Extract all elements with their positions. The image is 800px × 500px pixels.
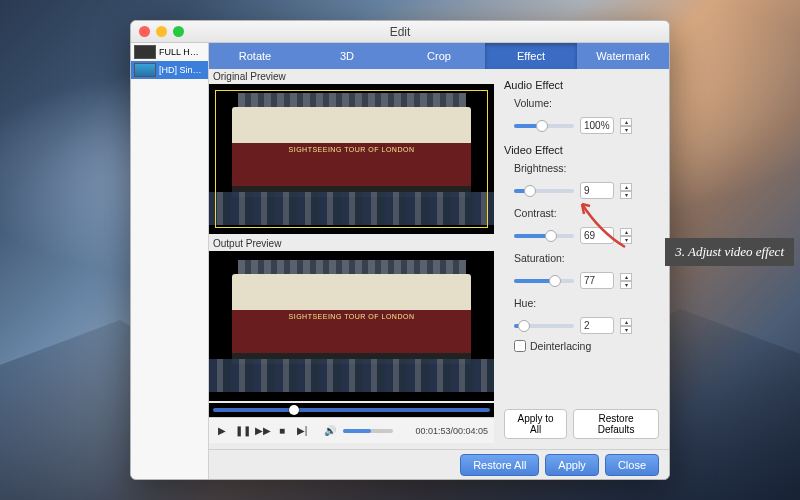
original-preview-label: Original Preview [209, 69, 494, 84]
tab-effect[interactable]: Effect [485, 43, 577, 69]
hue-value[interactable]: 2 [580, 317, 614, 334]
clip-item[interactable]: FULL HD ... [131, 43, 208, 61]
apply-to-all-button[interactable]: Apply to All [504, 409, 567, 439]
clip-item[interactable]: [HD] Sing-... [131, 61, 208, 79]
tab-bar: Rotate 3D Crop Effect Watermark [209, 43, 669, 69]
tab-crop[interactable]: Crop [393, 43, 485, 69]
annotation-callout: 3. Adjust video effect [665, 238, 794, 266]
restore-defaults-button[interactable]: Restore Defaults [573, 409, 659, 439]
volume-value[interactable]: 100% [580, 117, 614, 134]
pause-button[interactable]: ❚❚ [235, 425, 249, 436]
saturation-label: Saturation: [514, 252, 576, 264]
clip-thumb-icon [134, 45, 156, 59]
close-button[interactable]: Close [605, 454, 659, 476]
apply-button[interactable]: Apply [545, 454, 599, 476]
minimize-icon[interactable] [156, 26, 167, 37]
preview-column: Original Preview Output Preview ▶ ❚❚ ▶ [209, 69, 494, 449]
tab-3d[interactable]: 3D [301, 43, 393, 69]
deinterlacing-label: Deinterlacing [530, 340, 591, 352]
volume-icon[interactable]: 🔊 [323, 425, 337, 436]
clip-list: FULL HD ... [HD] Sing-... [131, 43, 209, 479]
brightness-slider[interactable] [514, 189, 574, 193]
brightness-stepper[interactable]: ▴▾ [620, 183, 632, 199]
effects-panel: Audio Effect Volume: 100% ▴▾ Video Effec… [494, 69, 669, 449]
restore-all-button[interactable]: Restore All [460, 454, 539, 476]
window-title: Edit [131, 25, 669, 39]
volume-slider[interactable] [343, 429, 393, 433]
step-up-icon: ▴ [620, 118, 632, 126]
next-button[interactable]: ▶| [295, 425, 309, 436]
original-preview [209, 84, 494, 234]
video-effect-section: Video Effect [504, 144, 659, 156]
stop-button[interactable]: ■ [275, 425, 289, 436]
tab-rotate[interactable]: Rotate [209, 43, 301, 69]
contrast-value[interactable]: 69 [580, 227, 614, 244]
volume-effect-slider[interactable] [514, 124, 574, 128]
step-down-icon: ▾ [620, 126, 632, 134]
clip-label: FULL HD ... [159, 47, 205, 57]
brightness-value[interactable]: 9 [580, 182, 614, 199]
traffic-lights [139, 26, 184, 37]
hue-label: Hue: [514, 297, 576, 309]
fast-forward-button[interactable]: ▶▶ [255, 425, 269, 436]
clip-label: [HD] Sing-... [159, 65, 205, 75]
deinterlacing-checkbox[interactable]: Deinterlacing [514, 340, 659, 352]
audio-effect-section: Audio Effect [504, 79, 659, 91]
zoom-icon[interactable] [173, 26, 184, 37]
saturation-stepper[interactable]: ▴▾ [620, 273, 632, 289]
close-icon[interactable] [139, 26, 150, 37]
hue-slider[interactable] [514, 324, 574, 328]
contrast-stepper[interactable]: ▴▾ [620, 228, 632, 244]
scrub-knob-icon[interactable] [289, 405, 299, 415]
saturation-slider[interactable] [514, 279, 574, 283]
brightness-label: Brightness: [514, 162, 576, 174]
clip-thumb-icon [134, 63, 156, 77]
output-preview [209, 251, 494, 401]
edit-window: Edit FULL HD ... [HD] Sing-... Rotate 3D… [130, 20, 670, 480]
play-button[interactable]: ▶ [215, 425, 229, 436]
titlebar[interactable]: Edit [131, 21, 669, 43]
contrast-slider[interactable] [514, 234, 574, 238]
transport-bar: ▶ ❚❚ ▶▶ ■ ▶| 🔊 00:01:53/00:04:05 [209, 417, 494, 443]
tab-watermark[interactable]: Watermark [577, 43, 669, 69]
saturation-value[interactable]: 77 [580, 272, 614, 289]
volume-label: Volume: [514, 97, 576, 109]
footer-bar: Restore All Apply Close [209, 449, 669, 479]
deinterlacing-input[interactable] [514, 340, 526, 352]
output-preview-label: Output Preview [209, 236, 494, 251]
time-display: 00:01:53/00:04:05 [415, 426, 488, 436]
volume-stepper[interactable]: ▴▾ [620, 118, 632, 134]
contrast-label: Contrast: [514, 207, 576, 219]
scrubber[interactable] [209, 403, 494, 417]
hue-stepper[interactable]: ▴▾ [620, 318, 632, 334]
